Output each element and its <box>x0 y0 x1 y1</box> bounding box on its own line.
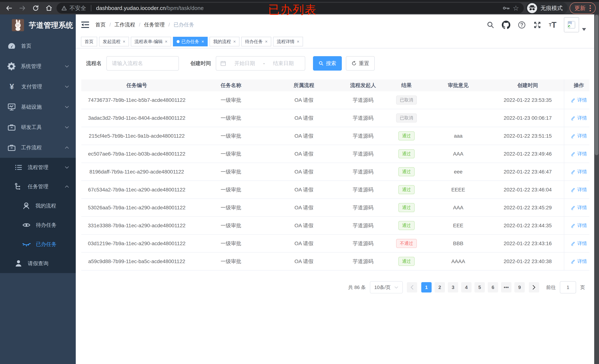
font-size-icon[interactable]: TT <box>549 18 556 32</box>
reset-button[interactable]: 重置 <box>346 56 375 71</box>
page-button-6[interactable]: 6 <box>488 282 498 293</box>
task-name: 一级审批 <box>192 127 270 145</box>
detail-button[interactable]: 详情 <box>571 97 587 103</box>
detail-button[interactable]: 详情 <box>571 151 587 157</box>
process-name-input[interactable] <box>106 56 179 71</box>
avatar-dropdown-caret[interactable] <box>582 28 586 31</box>
sidebar-item-my-process[interactable]: 我的流程 <box>0 196 76 215</box>
page-size-select[interactable]: 10条/页 <box>370 281 403 293</box>
process-name: OA 请假 <box>270 235 338 252</box>
view-tab[interactable]: 流程详情× <box>273 37 303 46</box>
breadcrumb-workflow[interactable]: 工作流程 <box>115 21 135 28</box>
view-tab[interactable]: 已办任务× <box>173 37 208 46</box>
tab-close-icon[interactable]: × <box>265 39 268 44</box>
sidebar-item-workflow[interactable]: 工作流程 <box>0 137 76 158</box>
tab-close-icon[interactable]: × <box>201 39 204 44</box>
update-button[interactable]: 更新 <box>570 2 596 14</box>
view-tab[interactable]: 发起流程× <box>99 37 129 46</box>
view-tab[interactable]: 待办任务× <box>241 37 271 46</box>
table-row: ec507ae6-7b9a-11ec-b03b-acde48001122一级审批… <box>81 145 589 163</box>
view-tab[interactable]: 流程表单-编辑× <box>131 37 171 46</box>
sidebar-item-devtools[interactable]: 研发工具 <box>0 117 76 137</box>
url-path: /bpm/task/done <box>166 5 204 11</box>
help-icon[interactable] <box>518 18 526 32</box>
page-button-4[interactable]: 4 <box>461 282 472 293</box>
breadcrumb-home[interactable]: 首页 <box>95 21 106 28</box>
task-id: 3adac3d2-7b9d-11ec-8404-acde48001122 <box>81 109 192 127</box>
page-scrollbar[interactable] <box>594 14 599 364</box>
pager-more-button[interactable]: ••• <box>501 282 511 293</box>
sidebar-item-system[interactable]: 系统管理 <box>0 56 76 77</box>
page-button-1[interactable]: 1 <box>421 282 432 293</box>
breadcrumb-task-mgmt[interactable]: 任务管理 <box>144 21 165 28</box>
result-cell: 通过 <box>388 163 425 180</box>
detail-button[interactable]: 详情 <box>571 133 587 139</box>
detail-button[interactable]: 详情 <box>571 240 587 247</box>
sidebar-item-label: 基础设施 <box>21 104 42 110</box>
sidebar-item-payment[interactable]: ¥ 支付管理 <box>0 77 76 97</box>
search-icon[interactable] <box>487 18 494 32</box>
scrollbar-thumb[interactable] <box>595 15 599 155</box>
detail-button[interactable]: 详情 <box>571 169 587 175</box>
tab-close-icon[interactable]: × <box>297 39 299 44</box>
create-time: 2022-01-22 23:40:38 <box>492 253 564 270</box>
create-time: 2022-01-22 23:49:46 <box>492 145 564 163</box>
sidebar-item-todo-tasks[interactable]: 待办任务 <box>0 215 76 235</box>
page-button-5[interactable]: 5 <box>475 282 485 293</box>
bookmark-star-icon[interactable]: ☆ <box>513 5 519 12</box>
process-starter: 芋道源码 <box>338 127 388 145</box>
sidebar-item-done-tasks[interactable]: 已办任务 <box>0 235 76 254</box>
avatar[interactable] <box>564 17 579 32</box>
sidebar-item-process-mgmt[interactable]: 流程管理 <box>0 158 76 177</box>
detail-button[interactable]: 详情 <box>571 115 587 121</box>
column-header: 操作 <box>564 80 593 91</box>
sidebar-item-home[interactable]: 首页 <box>0 36 76 56</box>
detail-label: 详情 <box>577 258 587 265</box>
detail-button[interactable]: 详情 <box>571 186 587 193</box>
chevron-up-icon <box>65 185 69 188</box>
detail-button[interactable]: 详情 <box>571 222 587 229</box>
calendar-icon <box>220 60 226 66</box>
table-row: 74736737-7b9b-11ec-b5b7-acde48001122一级审批… <box>81 91 589 109</box>
next-page-button[interactable] <box>529 282 539 293</box>
tab-close-icon[interactable]: × <box>233 39 236 44</box>
view-tab[interactable]: 我的流程× <box>210 37 239 46</box>
fullscreen-icon[interactable] <box>533 18 541 32</box>
sidebar-item-infrastructure[interactable]: 基础设施 <box>0 97 76 117</box>
sidebar-item-leave-query[interactable]: 请假查询 <box>0 254 76 273</box>
sidebar-collapse-icon[interactable] <box>81 21 89 28</box>
page-button-3[interactable]: 3 <box>448 282 458 293</box>
sidebar-item-label: 已办任务 <box>36 241 57 248</box>
view-tab[interactable]: 首页 <box>81 37 97 46</box>
goto-page-input[interactable] <box>560 281 576 293</box>
forward-icon[interactable] <box>17 2 28 14</box>
page-button-9[interactable]: 9 <box>514 282 525 293</box>
flow-icon <box>14 183 23 191</box>
search-button[interactable]: 搜索 <box>313 56 342 71</box>
process-starter: 芋道源码 <box>338 91 388 109</box>
sidebar-item-task-mgmt[interactable]: 任务管理 <box>0 177 76 196</box>
task-name: 一级审批 <box>192 163 270 180</box>
reload-icon[interactable] <box>30 2 41 14</box>
key-icon[interactable] <box>503 5 510 11</box>
github-icon[interactable] <box>502 18 510 32</box>
detail-button[interactable]: 详情 <box>571 258 587 265</box>
result-cell: 通过 <box>388 217 425 234</box>
browser-menu-icon[interactable] <box>590 5 591 11</box>
page-button-2[interactable]: 2 <box>435 282 445 293</box>
task-name: 一级审批 <box>192 217 270 234</box>
prev-page-button[interactable] <box>407 282 417 293</box>
detail-button[interactable]: 详情 <box>571 204 587 211</box>
tab-close-icon[interactable]: × <box>123 39 125 44</box>
column-header: 创建时间 <box>492 80 564 91</box>
result-badge: 通过 <box>398 221 414 230</box>
date-range-picker[interactable]: 开始日期 - 结束日期 <box>216 56 305 71</box>
tab-close-icon[interactable]: × <box>165 39 167 44</box>
chevron-up-icon <box>65 146 69 149</box>
home-icon[interactable] <box>43 2 55 14</box>
tab-label: 待办任务 <box>245 39 263 44</box>
app-logo[interactable]: 芋道管理系统 <box>0 14 76 36</box>
task-id: 53026aa5-7b9a-11ec-a290-acde48001122 <box>81 199 192 216</box>
back-icon[interactable] <box>3 2 15 14</box>
column-header: 结果 <box>388 80 425 91</box>
